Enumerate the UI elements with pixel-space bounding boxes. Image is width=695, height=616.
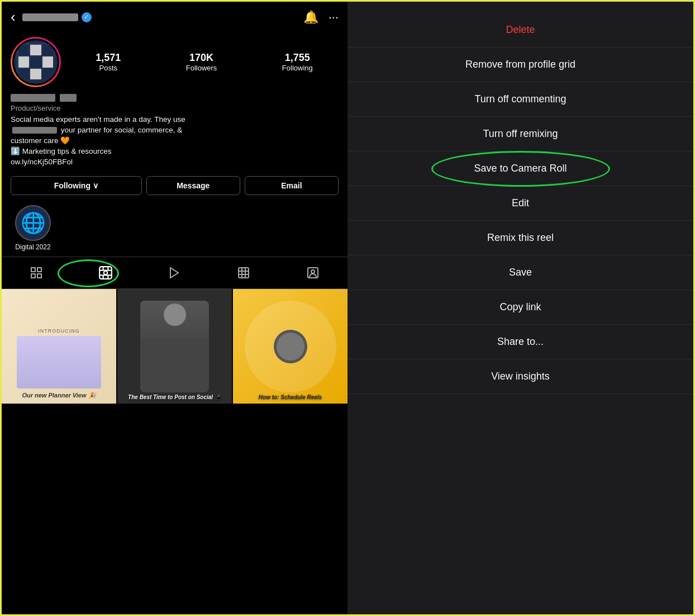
notification-icon[interactable]: 🔔 — [303, 10, 318, 25]
grid-caption-2: The Best Time to Post on Social 📱 — [117, 394, 232, 400]
svg-marker-12 — [170, 268, 178, 278]
svg-rect-3 — [37, 274, 41, 278]
person-image — [117, 289, 232, 404]
bio-link[interactable]: ow.ly/ncKj50FBFol — [11, 158, 73, 166]
verified-badge: ✓ — [82, 12, 92, 22]
turn-off-commenting-menu-item[interactable]: Turn off commenting — [348, 82, 693, 117]
followers-count: 170K — [189, 52, 213, 64]
posts-stat[interactable]: 1,571 Posts — [96, 52, 121, 72]
following-label: Following — [54, 181, 91, 190]
bio-line4: ⬇️ Marketing tips & resources — [11, 147, 112, 155]
grid-item-2[interactable]: The Best Time to Post on Social 📱 — [117, 289, 232, 404]
introducing-label: INTRODUCING — [38, 328, 80, 334]
username-blurred — [11, 94, 55, 102]
delete-label: Delete — [506, 24, 535, 35]
tab-grid[interactable] — [22, 263, 50, 283]
action-buttons: Following ∨ Message Email — [2, 172, 348, 200]
edit-menu-item[interactable]: Edit — [348, 186, 693, 221]
following-label: Following — [282, 64, 313, 72]
tab-mentions[interactable] — [299, 263, 327, 283]
following-count: 1,755 — [285, 52, 310, 64]
share-to-label: Share to... — [497, 336, 544, 347]
followers-label: Followers — [186, 64, 217, 72]
highlight-circle: 🌐 — [15, 205, 51, 241]
grid-caption-1: Our new Planner View 🎉 — [22, 392, 96, 399]
globe-icon: 🌐 — [21, 211, 46, 235]
grid-item-1[interactable]: INTRODUCING Our new Planner View 🎉 — [2, 289, 116, 404]
bio-line1: Social media experts aren't made in a da… — [11, 115, 185, 124]
remove-from-grid-label: Remove from profile grid — [465, 59, 575, 70]
tab-video[interactable] — [160, 263, 188, 283]
svg-rect-0 — [31, 268, 35, 272]
copy-link-label: Copy link — [499, 301, 541, 312]
remix-this-reel-menu-item[interactable]: Remix this reel — [348, 221, 693, 255]
profile-header: ‹ ✓ 🔔 ··· — [2, 2, 348, 32]
copy-link-menu-item[interactable]: Copy link — [348, 290, 693, 325]
remove-from-grid-menu-item[interactable]: Remove from profile grid — [348, 48, 693, 82]
bio-line3: customer care 🧡 — [11, 136, 70, 145]
tab-tagged[interactable] — [230, 263, 258, 283]
avatar-image — [16, 42, 55, 82]
view-insights-menu-item[interactable]: View insights — [348, 359, 693, 394]
following-stat[interactable]: 1,755 Following — [282, 52, 313, 72]
username-name-row — [11, 94, 339, 102]
save-to-camera-roll-label: Save to Camera Roll — [474, 163, 567, 174]
highlight-label: Digital 2022 — [15, 243, 50, 251]
grid-caption-3: How to: Schedule Reels — [233, 394, 348, 400]
header-icons: 🔔 ··· — [303, 10, 339, 25]
avatar — [12, 39, 59, 86]
email-label: Email — [281, 181, 302, 190]
turn-off-remixing-menu-item[interactable]: Turn off remixing — [348, 117, 693, 151]
svg-point-5 — [103, 271, 107, 275]
highlight-item[interactable]: 🌐 Digital 2022 — [11, 205, 55, 251]
followers-stat[interactable]: 170K Followers — [186, 52, 217, 72]
bio-blur — [12, 127, 57, 134]
category-label: Product/service — [11, 104, 339, 112]
posts-count: 1,571 — [96, 52, 121, 64]
more-options-icon[interactable]: ··· — [329, 10, 339, 25]
header-center: ✓ — [22, 12, 297, 22]
delete-menu-item[interactable]: Delete — [348, 13, 693, 48]
message-label: Message — [177, 181, 210, 190]
profile-stats: 1,571 Posts 170K Followers 1,755 Followi… — [70, 52, 339, 72]
view-insights-label: View insights — [491, 371, 550, 382]
save-to-camera-roll-menu-item[interactable]: Save to Camera Roll — [348, 151, 693, 186]
context-menu-panel: Delete Remove from profile grid Turn off… — [348, 2, 693, 616]
username-bar — [22, 13, 78, 21]
email-button[interactable]: Email — [245, 176, 339, 195]
posts-label: Posts — [99, 64, 118, 72]
following-button[interactable]: Following ∨ — [11, 176, 142, 195]
svg-rect-4 — [99, 267, 112, 279]
save-label: Save — [509, 267, 532, 278]
name-blurred — [60, 94, 77, 102]
profile-tab-bar — [2, 257, 348, 289]
bio-text: Social media experts aren't made in a da… — [11, 115, 339, 167]
instagram-profile-panel: ‹ ✓ 🔔 ··· — [2, 2, 348, 616]
edit-label: Edit — [512, 197, 529, 209]
svg-point-19 — [311, 270, 315, 273]
highlights-section: 🌐 Digital 2022 — [2, 200, 348, 257]
message-button[interactable]: Message — [146, 176, 240, 195]
turn-off-commenting-label: Turn off commenting — [474, 93, 566, 105]
back-button[interactable]: ‹ — [11, 8, 16, 26]
avatar-wrap — [11, 37, 61, 87]
share-to-menu-item[interactable]: Share to... — [348, 325, 693, 359]
profile-info: 1,571 Posts 170K Followers 1,755 Followi… — [2, 32, 348, 94]
chevron-down-icon: ∨ — [93, 181, 98, 190]
bio-line2: your partner for social, commerce, & — [61, 126, 183, 134]
svg-rect-13 — [239, 268, 249, 278]
turn-off-remixing-label: Turn off remixing — [483, 128, 558, 139]
grid-item-3[interactable]: How to: Schedule Reels — [233, 289, 348, 404]
remix-this-reel-label: Remix this reel — [487, 232, 554, 243]
save-menu-item[interactable]: Save — [348, 255, 693, 290]
tab-reels[interactable] — [92, 263, 120, 283]
svg-rect-2 — [31, 274, 35, 278]
bio-section: Product/service Social media experts are… — [2, 94, 348, 172]
svg-rect-1 — [37, 268, 41, 272]
content-grid: INTRODUCING Our new Planner View 🎉 The B… — [2, 289, 348, 616]
